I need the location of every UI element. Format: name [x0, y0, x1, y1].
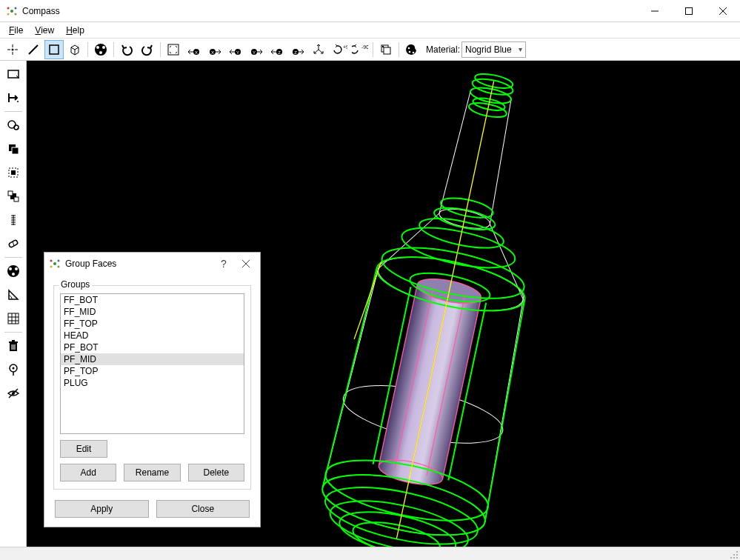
- svg-line-134: [323, 267, 377, 489]
- crop-tool[interactable]: [3, 186, 24, 207]
- groups-label: Groups: [59, 279, 92, 290]
- svg-rect-20: [168, 44, 179, 55]
- dashed-box-tool[interactable]: [3, 162, 24, 183]
- iso-view-button[interactable]: [309, 40, 328, 59]
- fit-view-button[interactable]: [164, 40, 183, 59]
- trash-tool[interactable]: [3, 336, 24, 356]
- material-select[interactable]: Nogrid Blue: [461, 41, 526, 58]
- svg-point-19: [99, 51, 102, 54]
- svg-line-45: [319, 50, 323, 53]
- svg-line-14: [29, 45, 38, 54]
- undo-button[interactable]: [117, 40, 136, 59]
- zipper-tool[interactable]: [3, 210, 24, 230]
- menu-help[interactable]: Help: [60, 24, 90, 37]
- angle-tool[interactable]: [3, 284, 24, 305]
- edit-button[interactable]: Edit: [60, 440, 107, 458]
- dialog-title: Group Faces: [65, 259, 213, 269]
- svg-point-50: [382, 45, 384, 47]
- svg-point-147: [736, 554, 738, 556]
- svg-text:Z: Z: [278, 50, 281, 55]
- menu-view[interactable]: View: [29, 24, 60, 37]
- svg-point-1: [7, 7, 10, 9]
- svg-point-140: [58, 260, 60, 262]
- view-z-minus-button[interactable]: Z: [267, 40, 287, 59]
- circles-tool[interactable]: [3, 115, 24, 136]
- select-face-tool[interactable]: [44, 40, 64, 59]
- svg-rect-87: [9, 341, 18, 343]
- window-title: Compass: [22, 6, 638, 16]
- dialog-close-button[interactable]: [235, 253, 257, 274]
- group-faces-dialog: Group Faces ? Groups FF_BOTFF_MIDFF_TOPH…: [44, 252, 261, 527]
- rectangle-tool[interactable]: [3, 64, 24, 84]
- svg-point-132: [350, 516, 443, 550]
- menu-file[interactable]: File: [3, 24, 29, 37]
- list-item[interactable]: FF_MID: [61, 306, 244, 318]
- groups-listbox[interactable]: FF_BOTFF_MIDFF_TOPHEADPF_BOTPF_MIDPF_TOP…: [60, 293, 244, 434]
- svg-point-139: [50, 260, 53, 262]
- rotate-plus90-button[interactable]: +90: [330, 40, 349, 59]
- svg-point-9: [12, 48, 14, 50]
- view-x-minus-button[interactable]: X: [184, 40, 204, 59]
- svg-point-2: [15, 7, 17, 9]
- select-edge-tool[interactable]: [24, 40, 43, 59]
- close-button[interactable]: [706, 0, 740, 22]
- svg-rect-15: [50, 45, 59, 54]
- list-item[interactable]: PF_BOT: [61, 341, 244, 353]
- list-item[interactable]: FF_BOT: [61, 294, 244, 306]
- app-icon: [6, 5, 18, 17]
- svg-text:Y: Y: [253, 50, 256, 55]
- view-y-plus-button[interactable]: Y: [247, 40, 266, 59]
- circle-tool[interactable]: [91, 40, 110, 59]
- close-dialog-button[interactable]: Close: [156, 500, 250, 518]
- rotate-minus90-button[interactable]: -90: [350, 40, 370, 59]
- svg-text:Y: Y: [236, 50, 239, 55]
- svg-line-22: [176, 46, 177, 47]
- svg-rect-63: [12, 147, 19, 154]
- rename-button[interactable]: Rename: [124, 464, 180, 481]
- minimize-button[interactable]: [638, 0, 672, 22]
- transform-tool[interactable]: [3, 87, 24, 108]
- list-item[interactable]: PF_TOP: [61, 365, 244, 377]
- svg-point-145: [736, 551, 738, 553]
- list-item[interactable]: FF_TOP: [61, 318, 244, 330]
- list-item[interactable]: PF_MID: [61, 353, 244, 365]
- svg-line-107: [485, 100, 516, 224]
- dialog-titlebar[interactable]: Group Faces ?: [44, 253, 260, 275]
- svg-line-44: [314, 50, 319, 53]
- svg-point-93: [12, 367, 14, 370]
- copy-layers-button[interactable]: [376, 40, 396, 59]
- pin-tool[interactable]: [3, 359, 24, 380]
- list-item[interactable]: PLUG: [61, 377, 244, 389]
- svg-text:Z: Z: [294, 50, 297, 55]
- svg-line-104: [379, 203, 439, 279]
- list-item[interactable]: HEAD: [61, 330, 244, 341]
- grid-tool[interactable]: [3, 308, 24, 329]
- add-button[interactable]: Add: [60, 464, 116, 481]
- svg-point-80: [12, 273, 15, 276]
- svg-text:-90: -90: [361, 44, 368, 50]
- sphere-tool[interactable]: [3, 261, 24, 281]
- view-y-minus-button[interactable]: Y: [226, 40, 245, 59]
- svg-rect-49: [384, 47, 390, 54]
- view-x-plus-button[interactable]: X: [205, 40, 224, 59]
- maximize-button[interactable]: [672, 0, 706, 22]
- svg-point-3: [7, 13, 10, 15]
- svg-point-58: [17, 101, 19, 102]
- view-z-plus-button[interactable]: Z: [288, 40, 307, 59]
- svg-line-135: [478, 300, 532, 522]
- resize-grip[interactable]: [728, 549, 739, 559]
- pill-tool[interactable]: [3, 233, 24, 254]
- eye-off-tool[interactable]: [3, 383, 24, 404]
- select-body-tool[interactable]: [65, 40, 84, 59]
- redo-button[interactable]: [138, 40, 157, 59]
- apply-button[interactable]: Apply: [55, 500, 149, 518]
- svg-line-24: [176, 52, 177, 53]
- svg-line-96: [9, 389, 18, 398]
- svg-rect-67: [8, 191, 13, 196]
- select-point-tool[interactable]: [3, 40, 22, 59]
- layers-tool[interactable]: [3, 139, 24, 159]
- top-toolbar: X X Y Y Z Z +90 -90 Material: Nogrid Blu…: [0, 39, 740, 61]
- delete-button[interactable]: Delete: [188, 464, 244, 481]
- dialog-help-button[interactable]: ?: [213, 253, 235, 274]
- palette-button[interactable]: [402, 40, 421, 59]
